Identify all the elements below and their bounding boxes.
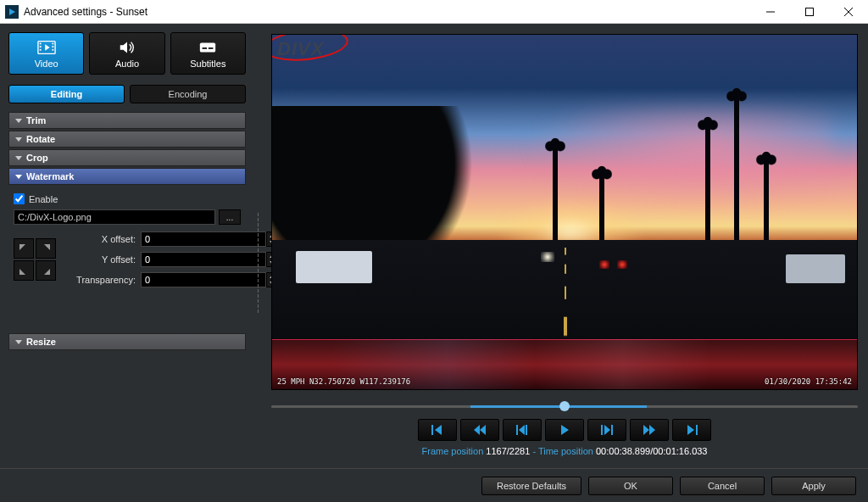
watermark-path-input[interactable]	[14, 209, 215, 225]
app-icon	[5, 5, 19, 19]
svg-marker-0	[9, 8, 15, 15]
overlay-bottom-right: 01/30/2020 17:35:42	[765, 377, 852, 386]
transparency-input[interactable]	[141, 272, 266, 287]
rewind-button[interactable]	[460, 419, 499, 441]
svg-rect-6	[39, 43, 41, 45]
svg-rect-27	[431, 425, 433, 435]
section-rotate[interactable]: Rotate	[8, 131, 246, 148]
watermark-enable-checkbox[interactable]	[14, 193, 25, 204]
svg-marker-18	[44, 244, 50, 250]
x-offset-input[interactable]	[141, 231, 266, 247]
watermark-overlay: DIVX	[277, 38, 324, 60]
svg-marker-36	[604, 425, 610, 435]
window-title: Advanced settings - Sunset	[24, 6, 147, 18]
restore-defaults-button[interactable]: Restore Defaults	[481, 477, 581, 495]
svg-marker-28	[435, 425, 442, 435]
watermark-enable-label: Enable	[29, 194, 58, 204]
ok-button[interactable]: OK	[588, 477, 673, 495]
speaker-icon	[118, 40, 136, 57]
section-watermark[interactable]: Watermark	[8, 168, 246, 185]
svg-rect-31	[516, 425, 518, 435]
svg-marker-20	[44, 269, 50, 275]
goto-start-button[interactable]	[418, 419, 457, 441]
svg-marker-32	[519, 425, 525, 435]
prev-frame-button[interactable]	[503, 419, 542, 441]
section-crop[interactable]: Crop	[8, 149, 246, 166]
tab-audio-label: Audio	[115, 59, 139, 69]
watermark-panel: Enable ... X offset:	[8, 187, 246, 303]
fast-forward-button[interactable]	[630, 419, 669, 441]
svg-rect-33	[526, 425, 527, 435]
svg-marker-39	[649, 425, 655, 435]
svg-rect-8	[39, 49, 41, 51]
anchor-top-left[interactable]	[14, 238, 34, 259]
tab-audio[interactable]: Audio	[89, 32, 164, 75]
section-resize[interactable]: Resize	[8, 333, 246, 350]
x-offset-label: X offset:	[71, 234, 141, 244]
window-maximize-button[interactable]	[790, 0, 829, 24]
play-button[interactable]	[545, 419, 584, 441]
film-icon	[37, 40, 56, 57]
window-minimize-button[interactable]	[751, 0, 790, 24]
svg-rect-15	[203, 47, 208, 49]
svg-marker-19	[19, 269, 25, 275]
svg-rect-2	[806, 8, 814, 15]
svg-marker-38	[643, 425, 649, 435]
svg-marker-17	[19, 244, 25, 250]
browse-button[interactable]: ...	[219, 209, 241, 225]
anchor-top-right[interactable]	[36, 238, 56, 259]
svg-rect-7	[39, 46, 41, 47]
apply-button[interactable]: Apply	[771, 477, 856, 495]
subtitles-icon	[198, 40, 217, 57]
cancel-button[interactable]: Cancel	[680, 477, 765, 495]
subtab-encoding[interactable]: Encoding	[130, 85, 246, 103]
subtab-editing[interactable]: Editing	[8, 85, 125, 103]
timeline-slider[interactable]	[271, 399, 858, 414]
tab-video[interactable]: Video	[8, 32, 84, 75]
section-trim[interactable]: Trim	[8, 112, 246, 129]
svg-marker-40	[687, 425, 694, 435]
svg-rect-16	[209, 47, 214, 49]
svg-marker-13	[120, 42, 127, 53]
splitter-handle[interactable]	[254, 24, 261, 502]
svg-marker-30	[480, 425, 486, 435]
window-close-button[interactable]	[829, 0, 868, 24]
goto-end-button[interactable]	[672, 419, 711, 441]
svg-marker-29	[474, 425, 480, 435]
anchor-bottom-left[interactable]	[14, 260, 34, 281]
svg-rect-41	[696, 425, 698, 435]
svg-marker-34	[561, 425, 569, 435]
watermark-text: DIVX	[277, 38, 324, 60]
svg-rect-9	[52, 43, 53, 45]
svg-marker-12	[45, 44, 50, 50]
svg-rect-11	[52, 49, 53, 51]
tab-video-label: Video	[35, 59, 58, 69]
window-titlebar: Advanced settings - Sunset	[0, 0, 868, 24]
tab-subtitles[interactable]: Subtitles	[170, 32, 246, 75]
next-frame-button[interactable]	[587, 419, 626, 441]
svg-rect-37	[611, 425, 613, 435]
frame-time-info: Frame position 1167/2281 - Time position…	[261, 446, 868, 456]
svg-rect-35	[601, 425, 603, 435]
y-offset-label: Y offset:	[71, 254, 141, 265]
overlay-bottom-left: 25 MPH N32.750720 W117.239176	[277, 377, 410, 386]
y-offset-input[interactable]	[141, 252, 266, 267]
tab-subtitles-label: Subtitles	[190, 59, 225, 69]
anchor-bottom-right[interactable]	[36, 260, 56, 281]
svg-rect-14	[200, 43, 215, 53]
transparency-label: Transparency:	[71, 275, 141, 285]
video-preview: DIVX 25 MPH N32.750720 W117.239176 01/30…	[271, 34, 858, 390]
svg-rect-10	[52, 46, 53, 47]
